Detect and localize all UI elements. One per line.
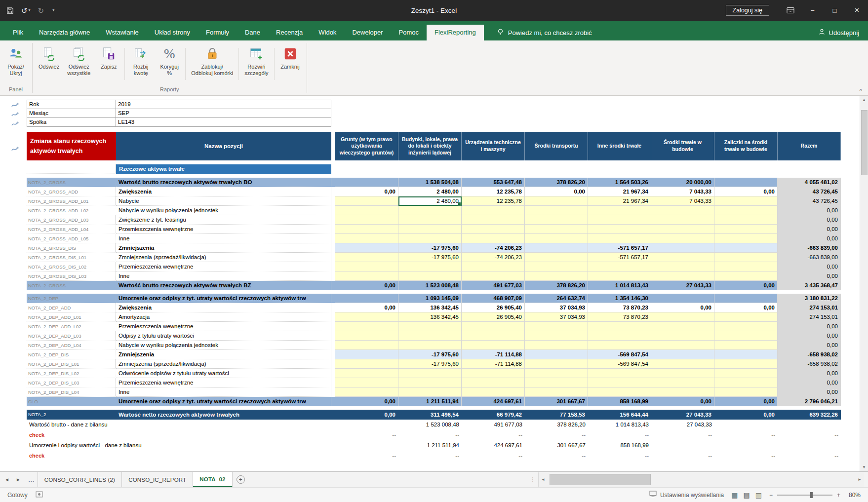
row-code-cell[interactable]: NOTA_2_GROSS_ADD_L05 — [27, 234, 116, 243]
value-cell[interactable] — [714, 234, 778, 243]
value-cell[interactable] — [651, 262, 714, 271]
value-cell[interactable]: -71 114,88 — [462, 359, 525, 369]
name-column-header[interactable]: Nazwa pozycji — [116, 132, 331, 160]
row-code-cell[interactable]: NOTA_2_DEP_ADD — [27, 303, 116, 312]
adjust-percent-button[interactable]: % Koryguj % — [155, 43, 184, 85]
value-cell[interactable]: -658 938,02 — [778, 350, 841, 359]
macro-record-icon[interactable] — [36, 491, 43, 499]
value-cell[interactable] — [335, 420, 398, 430]
split-amount-button[interactable]: Rozbij kwotę — [126, 43, 155, 85]
value-cell[interactable] — [525, 369, 588, 378]
column-header[interactable]: Inne środki trwałe — [588, 132, 651, 160]
value-cell[interactable]: 66 979,42 — [462, 410, 525, 420]
row-name-cell[interactable]: Umorzenie oraz odpisy z tyt. utraty wart… — [116, 397, 331, 406]
value-cell[interactable]: -- — [462, 451, 525, 461]
value-cell[interactable]: 7 043,33 — [651, 196, 714, 206]
value-cell[interactable]: 378 826,20 — [525, 281, 588, 290]
value-cell[interactable]: 26 905,40 — [462, 312, 525, 322]
value-cell[interactable] — [651, 350, 714, 359]
scroll-right-icon[interactable]: ► — [855, 472, 864, 487]
value-cell[interactable]: -663 839,00 — [778, 253, 841, 262]
row-name-cell[interactable]: Inne — [116, 387, 331, 397]
row-label-cell[interactable]: Amortyzacja - dane z P&L — [27, 468, 331, 471]
row-name-cell[interactable]: Wartość netto rzeczowych aktywów trwałyc… — [116, 410, 331, 420]
value-cell[interactable]: -569 847,54 — [588, 359, 651, 369]
value-cell[interactable] — [651, 322, 714, 331]
value-cell[interactable]: 0,00 — [778, 262, 841, 271]
more-sheets-button[interactable]: … — [25, 472, 38, 487]
column-header[interactable]: Urządzenia techniczne i maszyny — [462, 132, 525, 160]
row-code-cell[interactable]: NOTA_2_DEP_ADD_L03 — [27, 331, 116, 341]
sheet-tab-conso-corr-lines-2[interactable]: CONSO_CORR_LINES (2) — [38, 472, 122, 487]
value-cell[interactable] — [714, 359, 778, 369]
page-break-view-icon[interactable]: ▥ — [755, 491, 762, 499]
value-cell[interactable] — [398, 262, 462, 271]
value-cell[interactable]: 1 014 813,43 — [588, 281, 651, 290]
zoom-level[interactable]: 80% — [845, 492, 861, 499]
row-code-cell[interactable]: NOTA_2_GROSS_DIS_L01 — [27, 253, 116, 262]
value-cell[interactable] — [525, 196, 588, 206]
section-band-code-cell[interactable] — [27, 164, 116, 174]
value-cell[interactable] — [651, 271, 714, 281]
row-name-cell[interactable]: Zmniejszenia — [116, 350, 331, 359]
sign-in-button[interactable]: Zaloguj się — [726, 5, 769, 16]
value-cell[interactable] — [714, 322, 778, 331]
value-cell[interactable] — [398, 369, 462, 378]
value-cell[interactable]: 0,00 — [778, 215, 841, 225]
value-cell[interactable] — [462, 322, 525, 331]
row-code-cell[interactable]: NOTA_2 — [27, 410, 116, 420]
value-cell[interactable]: 0,00 — [714, 281, 778, 290]
value-cell[interactable] — [651, 440, 714, 451]
value-cell[interactable] — [588, 215, 651, 225]
row-code-cell[interactable]: NOTA_2_GROSS_DIS — [27, 243, 116, 253]
value-cell[interactable] — [525, 215, 588, 225]
value-cell[interactable] — [398, 215, 462, 225]
value-cell[interactable]: -- — [525, 430, 588, 440]
ribbon-tab-dane[interactable]: Dane — [237, 25, 268, 40]
ribbon-tab-narzędzia-główne[interactable]: Narzędzia główne — [31, 25, 98, 40]
row-code-cell[interactable]: CLO — [27, 397, 116, 406]
value-cell[interactable] — [588, 369, 651, 378]
value-cell[interactable]: 301 667,67 — [525, 397, 588, 406]
value-cell[interactable] — [462, 369, 525, 378]
value-cell[interactable] — [651, 378, 714, 387]
row-code-cell[interactable]: NOTA_2_DEP_ADD_L01 — [27, 312, 116, 322]
row-name-cell[interactable]: Odwrócenie odpisów z tytułu utraty warto… — [116, 369, 331, 378]
row-name-cell[interactable]: Umorzenie oraz odpisy z tyt. utraty wart… — [116, 294, 331, 303]
value-cell[interactable]: -74 206,23 — [462, 253, 525, 262]
value-cell[interactable]: -- — [588, 430, 651, 440]
new-sheet-button[interactable]: + — [233, 472, 249, 487]
value-cell[interactable]: -17 975,60 — [398, 359, 462, 369]
value-cell[interactable]: 1 538 504,08 — [398, 178, 462, 187]
value-cell[interactable]: -- — [588, 451, 651, 461]
row-code-cell[interactable]: NOTA_2_GROSS_DIS_L02 — [27, 262, 116, 271]
redo-icon[interactable]: ↻ — [38, 7, 44, 14]
value-cell[interactable] — [335, 262, 398, 271]
value-cell[interactable] — [462, 225, 525, 234]
row-code-cell[interactable]: NOTA_2_GROSS_ADD_L03 — [27, 215, 116, 225]
sheet-nav-left-icon[interactable]: ◄ — [4, 477, 9, 482]
value-cell[interactable]: 3 180 831,22 — [778, 294, 841, 303]
value-cell[interactable] — [525, 359, 588, 369]
row-code-cell[interactable]: NOTA_2_DEP_DIS_L02 — [27, 369, 116, 378]
value-cell[interactable] — [398, 468, 462, 471]
value-cell[interactable]: 4 055 481,02 — [778, 178, 841, 187]
row-label-cell[interactable]: Wartość brutto - dane z bilansu — [27, 420, 331, 430]
value-cell[interactable] — [398, 206, 462, 215]
value-cell[interactable] — [462, 215, 525, 225]
value-cell[interactable]: 468 907,09 — [462, 294, 525, 303]
row-name-cell[interactable]: Amortyzacja — [116, 312, 331, 322]
value-cell[interactable] — [651, 206, 714, 215]
row-name-cell[interactable]: Zwiększenia — [116, 303, 331, 312]
sheet-tab-nota-02[interactable]: NOTA_02 — [193, 472, 232, 487]
value-cell[interactable]: 0,00 — [335, 281, 398, 290]
value-cell[interactable]: 0,00 — [714, 410, 778, 420]
close-report-button[interactable]: Zamknij — [276, 43, 305, 85]
value-cell[interactable] — [398, 387, 462, 397]
horizontal-scrollbar[interactable]: ◄ ► — [538, 472, 864, 487]
value-cell[interactable]: 424 697,61 — [462, 440, 525, 451]
value-cell[interactable]: -- — [462, 430, 525, 440]
value-cell[interactable] — [398, 341, 462, 350]
value-cell[interactable] — [335, 378, 398, 387]
ribbon-tab-wstawianie[interactable]: Wstawianie — [98, 25, 146, 40]
